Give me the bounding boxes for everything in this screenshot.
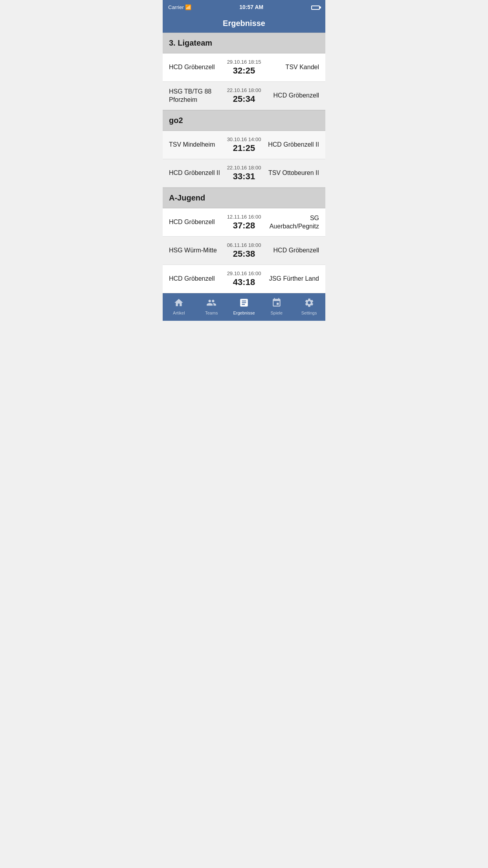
score-value: 21:25 bbox=[226, 143, 262, 153]
team-left: HCD Gröbenzell II bbox=[169, 169, 222, 177]
team-left: HCD Gröbenzell bbox=[169, 63, 222, 72]
nav-item-ergebnisse[interactable]: Ergebnisse bbox=[228, 294, 261, 321]
results-icon bbox=[239, 298, 249, 309]
match-date: 06.11.16 18:00 bbox=[226, 242, 262, 248]
teams-icon bbox=[206, 298, 216, 309]
match-row[interactable]: HCD Gröbenzell 29.10.16 18:15 32:25 TSV … bbox=[163, 53, 325, 82]
nav-label-spiele: Spiele bbox=[271, 311, 283, 315]
team-right: TSV Kandel bbox=[266, 63, 319, 72]
team-right: SG Auerbach/Pegnitz bbox=[266, 214, 319, 231]
match-date: 22.10.16 18:00 bbox=[226, 165, 262, 171]
score-value: 33:31 bbox=[226, 171, 262, 182]
team-right: JSG Fürther Land bbox=[266, 275, 319, 283]
page-title: Ergebnisse bbox=[223, 19, 265, 28]
score-center: 30.10.16 14:00 21:25 bbox=[222, 136, 266, 153]
team-right: HCD Gröbenzell bbox=[266, 246, 319, 255]
calendar-icon bbox=[272, 298, 282, 309]
nav-item-teams[interactable]: Teams bbox=[195, 294, 228, 321]
settings-icon bbox=[304, 298, 314, 309]
score-center: 22.10.16 18:00 25:34 bbox=[222, 87, 266, 104]
match-row[interactable]: TSV Mindelheim 30.10.16 14:00 21:25 HCD … bbox=[163, 131, 325, 159]
match-date: 29.10.16 16:00 bbox=[226, 270, 262, 276]
nav-item-artikel[interactable]: Artikel bbox=[163, 294, 195, 321]
team-left: HSG TB/TG 88 Pforzheim bbox=[169, 88, 222, 104]
team-left: HSG Würm-Mitte bbox=[169, 246, 222, 255]
match-row[interactable]: HCD Gröbenzell 12.11.16 16:00 37:28 SG A… bbox=[163, 208, 325, 237]
nav-label-teams: Teams bbox=[205, 311, 218, 315]
score-value: 43:18 bbox=[226, 277, 262, 287]
match-date: 12.11.16 16:00 bbox=[226, 214, 262, 220]
battery-status bbox=[311, 4, 320, 10]
team-right: HCD Gröbenzell II bbox=[266, 141, 319, 149]
section-header-ajugend: A-Jugend bbox=[163, 188, 325, 208]
team-left: TSV Mindelheim bbox=[169, 141, 222, 149]
wifi-icon: 📶 bbox=[185, 4, 191, 10]
team-right: HCD Gröbenzell bbox=[266, 92, 319, 100]
nav-label-ergebnisse: Ergebnisse bbox=[233, 311, 255, 315]
score-center: 29.10.16 16:00 43:18 bbox=[222, 270, 266, 287]
nav-label-artikel: Artikel bbox=[173, 311, 185, 315]
carrier-wifi: Carrier 📶 bbox=[168, 4, 191, 10]
match-row[interactable]: HSG TB/TG 88 Pforzheim 22.10.16 18:00 25… bbox=[163, 82, 325, 110]
team-left: HCD Gröbenzell bbox=[169, 218, 222, 226]
nav-label-settings: Settings bbox=[301, 311, 317, 315]
nav-item-settings[interactable]: Settings bbox=[293, 294, 325, 321]
match-date: 22.10.16 18:00 bbox=[226, 87, 262, 93]
score-value: 25:34 bbox=[226, 94, 262, 104]
home-icon bbox=[174, 298, 184, 309]
bottom-nav: Artikel Teams Ergebnisse Spiele bbox=[163, 293, 325, 321]
match-row[interactable]: HCD Gröbenzell 29.10.16 16:00 43:18 JSG … bbox=[163, 265, 325, 293]
status-time: 10:57 AM bbox=[239, 4, 263, 10]
match-date: 29.10.16 18:15 bbox=[226, 59, 262, 65]
status-bar: Carrier 📶 10:57 AM bbox=[163, 0, 325, 14]
score-center: 06.11.16 18:00 25:38 bbox=[222, 242, 266, 259]
score-center: 22.10.16 18:00 33:31 bbox=[222, 165, 266, 182]
match-date: 30.10.16 14:00 bbox=[226, 136, 262, 142]
page-header: Ergebnisse bbox=[163, 14, 325, 33]
battery-icon bbox=[311, 6, 320, 10]
section-header-ligateam: 3. Ligateam bbox=[163, 33, 325, 53]
score-center: 29.10.16 18:15 32:25 bbox=[222, 59, 266, 76]
section-header-go2: go2 bbox=[163, 110, 325, 131]
score-value: 25:38 bbox=[226, 249, 262, 259]
score-center: 12.11.16 16:00 37:28 bbox=[222, 214, 266, 231]
score-value: 32:25 bbox=[226, 66, 262, 76]
nav-item-spiele[interactable]: Spiele bbox=[260, 294, 293, 321]
team-left: HCD Gröbenzell bbox=[169, 275, 222, 283]
team-right: TSV Ottobeuren II bbox=[266, 169, 319, 177]
content-area: 3. Ligateam HCD Gröbenzell 29.10.16 18:1… bbox=[163, 33, 325, 293]
match-row[interactable]: HCD Gröbenzell II 22.10.16 18:00 33:31 T… bbox=[163, 159, 325, 188]
score-value: 37:28 bbox=[226, 221, 262, 231]
match-row[interactable]: HSG Würm-Mitte 06.11.16 18:00 25:38 HCD … bbox=[163, 237, 325, 265]
